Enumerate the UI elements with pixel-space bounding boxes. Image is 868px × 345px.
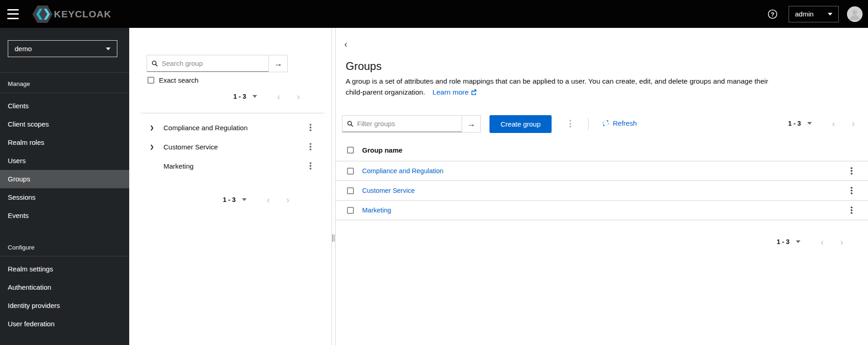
sidebar-item-realm-roles[interactable]: Realm roles xyxy=(0,133,129,152)
divider xyxy=(0,256,129,256)
sidebar-item-events[interactable]: Events xyxy=(0,207,129,225)
tree-item-marketing: Marketing xyxy=(129,156,331,175)
divider xyxy=(588,118,589,130)
caret-down-icon xyxy=(828,13,832,18)
refresh-button[interactable]: Refresh xyxy=(602,119,637,127)
groups-toolbar: → Create group Refresh 1 - 3 ‹ › xyxy=(336,115,868,133)
select-all-checkbox[interactable] xyxy=(347,147,354,154)
tree-pagination-top-toggle[interactable]: 1 - 3 xyxy=(233,93,257,100)
sidebar-item-client-scopes[interactable]: Client scopes xyxy=(0,115,129,133)
tree-item-label[interactable]: Compliance and Regulation xyxy=(163,124,247,132)
pagination-range: 1 - 3 xyxy=(788,120,801,127)
previous-page-button[interactable]: ‹ xyxy=(267,196,270,203)
tree-item-customer-service: ❯ Customer Service xyxy=(129,137,331,156)
divider xyxy=(140,113,324,113)
kebab-menu-icon[interactable] xyxy=(306,161,315,171)
exact-search-checkbox[interactable] xyxy=(147,77,154,84)
brand-text: KEYCLOAK xyxy=(54,9,111,20)
avatar[interactable] xyxy=(847,6,863,22)
tree-item-compliance-and-regulation: ❯ Compliance and Regulation xyxy=(129,118,331,137)
masthead: KEYCLOAK ? admin xyxy=(0,0,868,28)
filter-groups-submit-button[interactable]: → xyxy=(462,116,480,132)
collapse-drawer-button[interactable]: ‹ xyxy=(344,39,347,49)
external-link-icon xyxy=(471,89,477,95)
group-link[interactable]: Customer Service xyxy=(362,187,415,194)
caret-down-icon xyxy=(106,48,110,53)
section-label-configure: Configure xyxy=(8,244,35,251)
group-tree-panel: → Exact search 1 - 3 ‹ › ❯ Compliance an… xyxy=(129,28,331,345)
description-line2: child-parent organization. xyxy=(346,88,425,96)
realm-selector[interactable]: demo xyxy=(8,40,117,57)
next-page-button[interactable]: › xyxy=(297,93,300,100)
learn-more-link[interactable]: Learn more xyxy=(432,88,477,96)
row-checkbox[interactable] xyxy=(347,168,354,175)
group-search-field xyxy=(147,55,268,72)
expand-chevron-icon[interactable]: ❯ xyxy=(150,144,156,150)
previous-page-button[interactable]: ‹ xyxy=(832,120,835,127)
drag-handle-icon xyxy=(332,234,335,242)
user-menu-dropdown[interactable]: admin xyxy=(789,6,839,22)
group-tree: ❯ Compliance and Regulation ❯ Customer S… xyxy=(129,118,331,175)
kebab-menu-icon[interactable] xyxy=(306,122,315,133)
row-kebab-menu-icon[interactable] xyxy=(847,205,856,215)
tree-pagination-bottom-toggle[interactable]: 1 - 3 xyxy=(223,196,247,203)
previous-page-button[interactable]: ‹ xyxy=(821,238,824,245)
table-pagination-top-toggle[interactable]: 1 - 3 xyxy=(788,120,812,127)
table-header-row: Group name xyxy=(336,139,868,161)
sidebar-item-sessions[interactable]: Sessions xyxy=(0,188,129,207)
description-line1: A group is a set of attributes and role … xyxy=(346,77,768,85)
sidebar-item-users[interactable]: Users xyxy=(0,152,129,170)
row-checkbox[interactable] xyxy=(347,187,354,194)
user-menu-label: admin xyxy=(795,10,814,18)
filter-groups-input[interactable] xyxy=(357,120,457,127)
sidebar-item-realm-settings[interactable]: Realm settings xyxy=(0,260,129,278)
caret-down-icon xyxy=(242,198,247,203)
table-pagination-bottom-toggle[interactable]: 1 - 3 xyxy=(777,238,800,245)
group-link[interactable]: Marketing xyxy=(362,207,391,214)
tree-item-label[interactable]: Customer Service xyxy=(163,143,218,151)
pagination-range: 1 - 3 xyxy=(777,238,789,245)
sidebar-item-user-federation[interactable]: User federation xyxy=(0,315,129,333)
create-group-button[interactable]: Create group xyxy=(489,115,552,133)
row-kebab-menu-icon[interactable] xyxy=(847,186,856,196)
kebab-menu-icon[interactable] xyxy=(306,142,315,152)
page-description: A group is a set of attributes and role … xyxy=(346,76,768,98)
sidebar-item-identity-providers[interactable]: Identity providers xyxy=(0,297,129,315)
divider xyxy=(0,93,129,93)
refresh-label: Refresh xyxy=(613,119,637,127)
column-header-group-name: Group name xyxy=(362,146,402,154)
group-link[interactable]: Compliance and Regulation xyxy=(362,167,443,175)
caret-down-icon xyxy=(796,240,800,245)
exact-search-label: Exact search xyxy=(159,76,199,84)
sidebar-item-authentication[interactable]: Authentication xyxy=(0,278,129,297)
next-page-button[interactable]: › xyxy=(852,120,855,127)
next-page-button[interactable]: › xyxy=(840,238,843,245)
caret-down-icon xyxy=(253,95,257,100)
table-pagination-top: 1 - 3 ‹ › xyxy=(788,120,855,127)
search-icon xyxy=(152,60,158,67)
sidebar-item-clients[interactable]: Clients xyxy=(0,97,129,115)
section-label-manage: Manage xyxy=(8,80,30,87)
next-page-button[interactable]: › xyxy=(286,196,289,203)
filter-groups-field xyxy=(342,116,462,132)
toolbar-kebab-menu-icon[interactable] xyxy=(566,118,575,129)
help-icon[interactable]: ? xyxy=(768,9,778,19)
hamburger-menu-icon[interactable] xyxy=(7,9,19,19)
page-title: Groups xyxy=(346,60,382,73)
previous-page-button[interactable]: ‹ xyxy=(277,93,280,100)
group-search-submit-button[interactable]: → xyxy=(268,55,287,72)
row-kebab-menu-icon[interactable] xyxy=(847,166,856,176)
expand-chevron-icon[interactable]: ❯ xyxy=(150,125,156,131)
realm-selector-value: demo xyxy=(15,45,32,53)
groups-main-panel: ‹ Groups A group is a set of attributes … xyxy=(336,28,868,345)
caret-down-icon xyxy=(807,122,812,127)
group-search-input[interactable] xyxy=(162,59,264,67)
tree-pagination-bottom: 1 - 3 ‹ › xyxy=(223,196,289,203)
row-checkbox[interactable] xyxy=(347,207,354,214)
tree-item-label[interactable]: Marketing xyxy=(163,162,194,170)
keycloak-logo: KEYCLOAK xyxy=(32,5,111,23)
pagination-range: 1 - 3 xyxy=(233,93,246,100)
svg-text:?: ? xyxy=(771,11,774,17)
panel-splitter[interactable] xyxy=(331,28,336,345)
sidebar-item-groups[interactable]: Groups xyxy=(0,170,129,188)
